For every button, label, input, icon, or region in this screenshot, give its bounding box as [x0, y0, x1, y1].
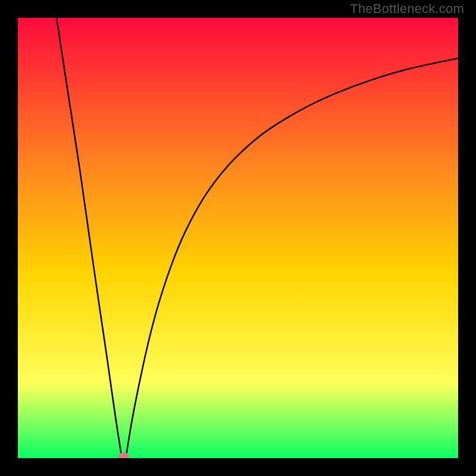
gradient-background — [18, 18, 458, 458]
plot-area — [18, 18, 458, 458]
chart-frame: TheBottleneck.com — [0, 0, 476, 476]
watermark-text: TheBottleneck.com — [350, 1, 464, 17]
chart-svg — [18, 18, 458, 458]
